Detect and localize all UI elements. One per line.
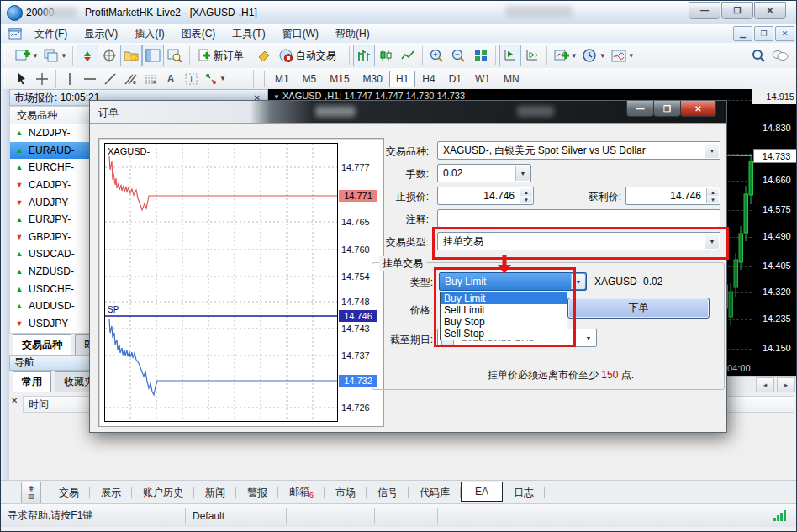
navigator-toggle-icon[interactable] (120, 45, 142, 66)
tab-codebase[interactable]: 代码库 (409, 482, 461, 503)
trade-type-select[interactable]: 挂单交易 ▼ (437, 232, 720, 250)
terminal-close-icon[interactable]: ✕ (11, 396, 18, 405)
dialog-restore-button[interactable]: ❐ (653, 101, 681, 117)
dialog-minimize-button[interactable]: — (626, 101, 654, 117)
tab-common[interactable]: 常用 (13, 371, 51, 392)
child-minimize-button[interactable]: ▁ (733, 26, 752, 41)
search-icon[interactable] (747, 45, 769, 66)
indicators-dropdown[interactable]: ▼ (571, 52, 578, 60)
tile-windows-icon[interactable] (470, 45, 492, 66)
chat-icon[interactable] (769, 45, 791, 66)
horizontal-line-tool-icon[interactable] (80, 70, 100, 88)
menu-view[interactable]: 显示(V) (76, 25, 126, 43)
templates-dropdown[interactable]: ▼ (628, 52, 635, 60)
tab-mailbox[interactable]: 邮箱6 (278, 482, 325, 503)
channel-tool-icon[interactable]: E (120, 70, 140, 88)
menu-file[interactable]: 文件(F) (26, 25, 76, 43)
profiles-button[interactable] (40, 45, 62, 66)
scroll-left-icon[interactable]: ◂ (756, 377, 774, 392)
zoom-in-icon[interactable] (426, 45, 448, 66)
place-order-button[interactable]: 下单 (567, 298, 710, 319)
chevron-down-icon[interactable]: ▼ (582, 330, 595, 345)
bar-chart-mode-icon[interactable] (353, 45, 375, 66)
comment-input[interactable] (437, 209, 720, 228)
crosshair-tool-icon[interactable] (32, 70, 52, 88)
order-dialog-titlebar[interactable]: 订单 — ❐ ✕ (90, 101, 726, 124)
periods-button[interactable] (579, 45, 601, 66)
tab-trade[interactable]: 交易 (48, 482, 90, 503)
timeframe-m30[interactable]: M30 (356, 71, 389, 87)
fibonacci-tool-icon[interactable]: F (140, 70, 161, 88)
cursor-tool-icon[interactable] (12, 70, 32, 88)
autotrading-button[interactable]: 自动交易 (275, 45, 346, 66)
title-bar[interactable]: 20000 ProfitMarketHK-Live2 - [XAGUSD-,H1… (1, 1, 797, 25)
menu-help[interactable]: 帮助(H) (327, 25, 378, 43)
vertical-line-tool-icon[interactable] (60, 70, 80, 88)
timeframe-h4[interactable]: H4 (415, 71, 441, 87)
metaeditor-icon[interactable] (253, 45, 275, 66)
text-label-tool-icon[interactable]: T (181, 70, 201, 88)
tab-news[interactable]: 新闻 (194, 482, 236, 503)
candlestick-mode-icon[interactable] (375, 45, 397, 66)
chart-shift-icon[interactable] (521, 45, 543, 66)
auto-scroll-icon[interactable] (499, 45, 521, 66)
status-profile[interactable]: Default (186, 508, 287, 524)
tab-journal[interactable]: 日志 (503, 482, 545, 503)
tab-signals[interactable]: 信号 (367, 482, 409, 503)
timeframe-h1[interactable]: H1 (389, 71, 415, 87)
child-restore-button[interactable]: ❐ (754, 26, 773, 41)
option-buy-limit[interactable]: Buy Limit (441, 292, 567, 304)
timeframe-mn[interactable]: MN (497, 71, 526, 87)
timeframe-m15[interactable]: M15 (323, 71, 356, 87)
stepper-arrows-icon[interactable]: ▲▼ (520, 188, 532, 203)
stop-loss-stepper[interactable]: 14.746 ▲▼ (437, 187, 534, 205)
tab-ea[interactable]: EA (461, 482, 503, 502)
menu-tools[interactable]: 工具(T) (224, 25, 273, 43)
line-chart-mode-icon[interactable] (397, 45, 419, 66)
symbol-select[interactable]: XAGUSD-, 白银美元 Spot Silver vs US Dollar ▼ (437, 141, 720, 160)
zoom-out-icon[interactable] (448, 45, 470, 66)
tab-account-history[interactable]: 账户历史 (132, 482, 194, 503)
menu-charts[interactable]: 图表(C) (173, 25, 224, 43)
market-watch-toggle-icon[interactable] (77, 45, 98, 66)
scroll-right-icon[interactable]: ▸ (777, 377, 795, 392)
volume-select[interactable]: 0.02 ▼ (437, 164, 531, 182)
tab-alerts[interactable]: 警报 (236, 482, 278, 503)
window-restore-button[interactable]: ❐ (721, 2, 753, 19)
new-chart-button[interactable] (12, 45, 34, 66)
new-order-button[interactable]: 新订单 (193, 45, 253, 66)
system-menu-chart-icon[interactable] (4, 23, 26, 45)
arrows-tool-icon[interactable] (201, 70, 221, 88)
tab-market[interactable]: 市场 (325, 482, 367, 503)
menu-insert[interactable]: 插入(I) (126, 25, 172, 43)
option-buy-stop[interactable]: Buy Stop (441, 316, 567, 328)
indicators-button[interactable] (551, 45, 573, 66)
window-minimize-button[interactable]: — (689, 2, 720, 19)
menu-window[interactable]: 窗口(W) (274, 25, 327, 43)
order-type-select[interactable]: Buy Limit ▼ (439, 272, 587, 291)
dialog-close-button[interactable]: ✕ (680, 101, 716, 117)
strategy-tester-icon[interactable] (164, 45, 186, 66)
trendline-tool-icon[interactable] (100, 70, 120, 88)
new-chart-dropdown[interactable]: ▼ (32, 52, 39, 60)
timeframe-m1[interactable]: M1 (268, 71, 296, 87)
stepper-arrows-icon[interactable]: ▲▼ (706, 188, 719, 203)
window-close-button[interactable]: ✕ (754, 2, 786, 19)
chevron-down-icon[interactable]: ▼ (705, 234, 719, 249)
journal-scroll-icon[interactable]: ⋕▨ (21, 482, 41, 503)
templates-button[interactable] (608, 45, 630, 66)
arrows-dropdown[interactable]: ▼ (219, 75, 226, 82)
tab-symbols[interactable]: 交易品种 (13, 334, 71, 355)
child-close-button[interactable]: ✕ (775, 26, 794, 41)
option-sell-stop[interactable]: Sell Stop (441, 328, 567, 340)
timeframe-m5[interactable]: M5 (296, 71, 324, 87)
text-tool-icon[interactable]: A (161, 70, 181, 88)
profiles-dropdown[interactable]: ▼ (61, 52, 67, 60)
timeframe-d1[interactable]: D1 (442, 71, 468, 87)
take-profit-stepper[interactable]: 14.746 ▲▼ (625, 187, 720, 205)
data-window-icon[interactable] (98, 45, 120, 66)
chevron-down-icon[interactable]: ▼ (571, 274, 585, 289)
chevron-down-icon[interactable]: ▼ (515, 166, 530, 181)
periods-dropdown[interactable]: ▼ (599, 52, 606, 60)
timeframe-w1[interactable]: W1 (468, 71, 497, 87)
